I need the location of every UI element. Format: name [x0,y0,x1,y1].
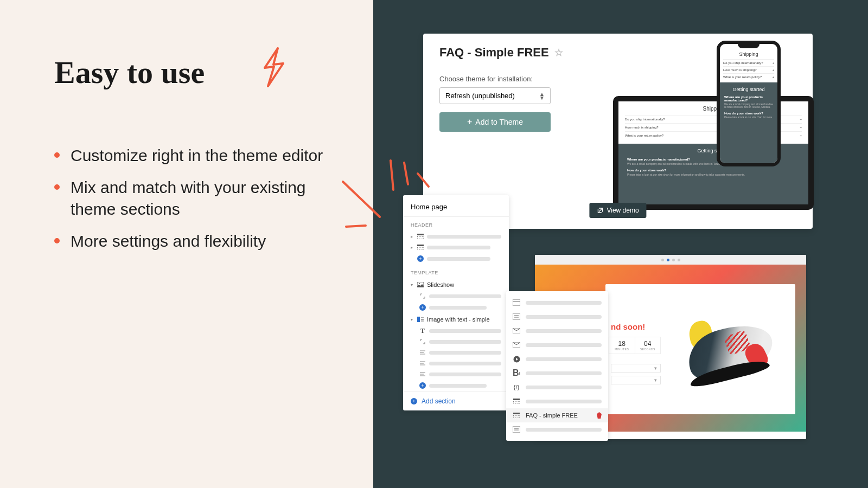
type-option[interactable]: Bi [506,366,608,380]
phone-mock: Shipping Do you ship internationally?+ H… [717,41,781,166]
add-theme-label: Add to Theme [475,118,523,126]
view-demo-button[interactable]: View demo [589,203,646,218]
phone-q: How do your sizes work? [724,112,773,115]
editor-sub-row[interactable] [403,369,509,380]
placeholder-bar [526,400,602,403]
editor-sub-row[interactable] [403,291,509,301]
editor-sub-row[interactable]: T [403,325,509,336]
svg-point-5 [419,283,420,284]
laptop-q[interactable]: How much is shipping? [625,126,659,129]
play-icon [513,355,520,363]
placeholder-bar [526,343,602,347]
lines-icon [419,350,426,355]
editor-row-slideshow[interactable]: ▾Slideshow [403,279,509,291]
svg-rect-28 [513,401,520,404]
text-block-icon [513,313,520,320]
editor-row-image-text[interactable]: ▾Image with text - simple [403,313,509,325]
editor-sub-row[interactable] [403,336,509,347]
editor-row[interactable]: ▸ [403,242,509,253]
chevron-updown-icon: ▲▼ [539,92,545,100]
laptop-q[interactable]: What is your return policy? [625,134,663,137]
editor-sub-row[interactable] [403,358,509,369]
bullet-item: Customize right in the theme editor [54,145,335,167]
dot-active[interactable] [667,259,669,261]
plus-circle-icon: + [419,382,426,389]
plus-icon: + [772,61,774,65]
phone-q[interactable]: How much is shipping? [723,68,757,72]
placeholder-bar [526,371,602,375]
editor-add-block[interactable]: + [403,380,509,391]
add-to-theme-button[interactable]: + Add to Theme [439,112,551,132]
add-section-button[interactable]: + Add section [403,391,509,410]
placeholder-bar [429,306,487,310]
placeholder-bar [526,386,602,389]
dot[interactable] [672,259,675,261]
type-option[interactable] [506,324,608,338]
plus-icon: + [772,68,774,72]
section-icon [417,234,424,239]
editor-sub-row[interactable] [403,347,509,358]
type-option[interactable]: {/} [506,380,608,394]
plus-icon: + [800,126,802,129]
phone-q[interactable]: What is your return policy? [723,75,762,79]
laptop-a: Please take a look at our size chart for… [627,173,800,176]
placeholder-bar [427,235,501,239]
plus-icon: + [772,75,774,79]
image-text-icon [417,317,424,322]
pagination-dots [535,255,806,265]
product-image [665,284,795,414]
section-type-picker: Bi {/} FAQ - simple FREE [506,291,608,441]
laptop-q[interactable]: Do you ship internationally? [625,118,665,121]
type-option[interactable] [506,352,608,366]
type-option[interactable] [506,394,608,408]
editor-add-block[interactable]: + [403,301,509,313]
plus-icon: + [800,134,802,137]
caret-right-icon: ▸ [411,234,414,239]
dot[interactable] [661,259,664,261]
section-icon [513,412,520,419]
phone-a: We are a local company and all merchandi… [724,103,773,108]
placeholder-bar [526,315,602,319]
svg-rect-6 [417,317,420,322]
doc-icon: Bi [513,369,520,377]
text-block-icon [513,426,520,433]
bullet-list: Customize right in the theme editor Mix … [54,145,335,252]
lines-icon [419,371,426,377]
countdown-timer: 18MINUTES 04SECONDS [609,337,661,354]
phone-q: Where are your products manufactured? [724,95,773,102]
expand-icon [419,339,426,344]
placeholder-bar [429,340,501,344]
dot[interactable] [678,259,680,261]
phone-heading: Shipping [723,52,774,57]
phone-q[interactable]: Do you ship internationally? [723,61,763,65]
plus-icon: + [467,117,472,127]
placeholder-bar [429,294,501,298]
type-option[interactable] [506,422,608,436]
accordion-row[interactable]: ▾ [611,364,661,373]
bullet-item: More settings and flexibility [54,230,335,253]
placeholder-bar [429,384,487,388]
caret-down-icon: ▾ [411,282,414,287]
type-option[interactable] [506,296,608,310]
editor-add-row[interactable]: + [403,253,509,265]
theme-select[interactable]: Refresh (unpublished) ▲▼ [439,87,551,104]
right-panel: FAQ - Simple FREE ☆ Choose theme for ins… [373,0,868,488]
view-demo-label: View demo [607,207,639,214]
type-option[interactable] [506,310,608,324]
placeholder-bar [429,351,501,355]
accordion-row[interactable]: ▾ [611,376,661,384]
type-option[interactable] [506,338,608,352]
phone-gs-heading: Getting started [724,87,773,92]
plus-circle-icon: + [419,304,426,311]
svg-rect-30 [513,415,520,418]
mail-icon [513,341,520,349]
placeholder-bar [429,373,501,376]
lines-icon [419,361,426,366]
placeholder-bar [429,329,501,333]
type-option-active[interactable]: FAQ - simple FREE [506,408,608,422]
image-icon [417,282,424,287]
star-icon[interactable]: ☆ [554,47,563,59]
expand-icon [419,293,426,299]
add-section-label: Add section [422,397,456,405]
plus-circle-icon: + [411,398,417,404]
